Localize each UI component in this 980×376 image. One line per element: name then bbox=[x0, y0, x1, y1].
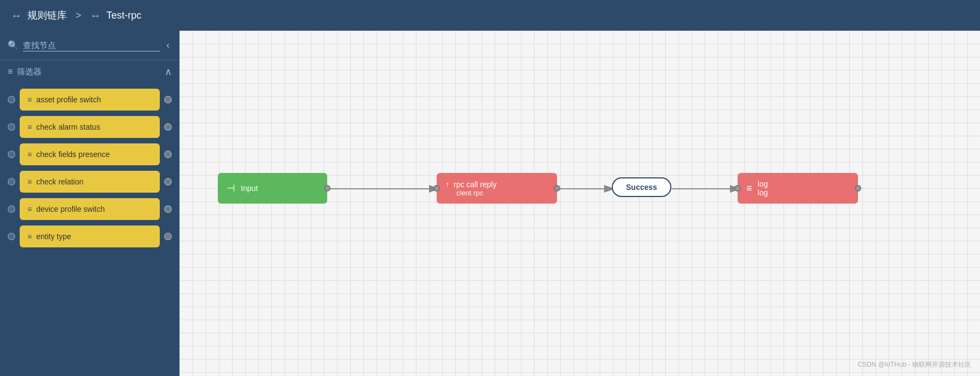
node-label: device profile switch bbox=[36, 205, 105, 213]
node-handle-left bbox=[8, 123, 15, 131]
node-btn-icon: ≡ bbox=[27, 177, 32, 186]
log-line2: log bbox=[758, 188, 768, 197]
rpc-line2: clent rpc bbox=[445, 189, 483, 197]
list-item: ≡ check fields presence bbox=[8, 143, 172, 165]
node-button-check-fields-presence[interactable]: ≡ check fields presence bbox=[20, 143, 160, 165]
log-node-icon: ≡ bbox=[746, 183, 752, 194]
log-node[interactable]: ≡ log log bbox=[738, 173, 858, 204]
header: ↔ 规则链库 > ↔ Test-rpc bbox=[0, 0, 980, 31]
search-input[interactable] bbox=[23, 39, 160, 51]
node-button-device-profile-switch[interactable]: ≡ device profile switch bbox=[20, 198, 160, 220]
search-bar: 🔍 ‹ bbox=[0, 31, 179, 60]
list-item: ≡ device profile switch bbox=[8, 198, 172, 220]
flow-canvas[interactable]: ⊣ Input ↑ rpc call reply clent rpc Succe… bbox=[179, 31, 980, 376]
breadcrumb2[interactable]: Test-rpc bbox=[107, 10, 142, 21]
node-btn-icon: ≡ bbox=[27, 95, 32, 104]
rpc-node-right-port[interactable] bbox=[554, 185, 560, 192]
list-item: ≡ check alarm status bbox=[8, 116, 172, 138]
header-icon2: ↔ bbox=[90, 9, 101, 22]
node-handle-left bbox=[8, 178, 15, 186]
log-texts: log log bbox=[758, 180, 768, 197]
rpc-label1: rpc call reply bbox=[454, 180, 497, 189]
node-handle-right bbox=[164, 178, 172, 186]
node-handle-right bbox=[164, 151, 172, 158]
list-item: ≡ check relation bbox=[8, 171, 172, 193]
input-node-icon: ⊣ bbox=[227, 182, 235, 194]
node-button-asset-profile-switch[interactable]: ≡ asset profile switch bbox=[20, 89, 160, 111]
node-btn-icon: ≡ bbox=[27, 150, 32, 159]
filter-label: 筛选器 bbox=[17, 67, 42, 77]
node-handle-left bbox=[8, 96, 15, 103]
rpc-node-left-port[interactable] bbox=[433, 185, 440, 192]
node-handle-right bbox=[164, 233, 172, 240]
list-item: ≡ entity type bbox=[8, 225, 172, 247]
node-list: ≡ asset profile switch ≡ check alarm sta… bbox=[0, 83, 179, 253]
chevron-up-icon[interactable]: ∧ bbox=[165, 66, 172, 78]
log-node-right-port[interactable] bbox=[855, 185, 861, 192]
main-layout: 🔍 ‹ ≡ 筛选器 ∧ ≡ asset profile switch bbox=[0, 31, 980, 376]
rpc-node[interactable]: ↑ rpc call reply clent rpc bbox=[437, 173, 557, 204]
node-handle-right bbox=[164, 123, 172, 131]
rpc-line1: ↑ rpc call reply bbox=[445, 180, 497, 189]
node-btn-icon: ≡ bbox=[27, 123, 32, 131]
success-label: Success bbox=[626, 183, 657, 192]
input-node-right-port[interactable] bbox=[324, 185, 330, 192]
search-icon: 🔍 bbox=[8, 40, 19, 50]
node-btn-icon: ≡ bbox=[27, 205, 32, 213]
node-btn-icon: ≡ bbox=[27, 232, 32, 241]
rpc-icon: ↑ bbox=[445, 180, 449, 189]
sidebar: 🔍 ‹ ≡ 筛选器 ∧ ≡ asset profile switch bbox=[0, 31, 179, 376]
filter-icon: ≡ bbox=[8, 67, 13, 77]
node-handle-right bbox=[164, 96, 172, 103]
collapse-button[interactable]: ‹ bbox=[164, 37, 172, 53]
node-label: check fields presence bbox=[36, 150, 110, 159]
breadcrumb1[interactable]: 规则链库 bbox=[27, 9, 67, 22]
node-handle-left bbox=[8, 233, 15, 240]
header-separator: > bbox=[76, 10, 82, 21]
node-label: entity type bbox=[36, 232, 71, 241]
node-button-entity-type[interactable]: ≡ entity type bbox=[20, 225, 160, 247]
filter-left: ≡ 筛选器 bbox=[8, 67, 42, 77]
header-icon1: ↔ bbox=[11, 9, 22, 22]
node-label: asset profile switch bbox=[36, 95, 101, 104]
log-line1: log bbox=[758, 180, 768, 188]
node-handle-left bbox=[8, 205, 15, 213]
watermark: CSDN @IoTHub - 物联网开源技术社区 bbox=[857, 360, 971, 369]
node-handle-right bbox=[164, 205, 172, 213]
log-node-left-port[interactable] bbox=[734, 185, 741, 192]
node-label: check alarm status bbox=[36, 123, 100, 131]
node-button-check-alarm-status[interactable]: ≡ check alarm status bbox=[20, 116, 160, 138]
list-item: ≡ asset profile switch bbox=[8, 89, 172, 111]
node-handle-left bbox=[8, 151, 15, 158]
filter-bar: ≡ 筛选器 ∧ bbox=[0, 60, 179, 83]
node-button-check-relation[interactable]: ≡ check relation bbox=[20, 171, 160, 193]
success-node[interactable]: Success bbox=[612, 177, 671, 197]
input-node[interactable]: ⊣ Input bbox=[218, 173, 327, 204]
node-label: check relation bbox=[36, 177, 83, 186]
input-node-label: Input bbox=[241, 184, 258, 193]
